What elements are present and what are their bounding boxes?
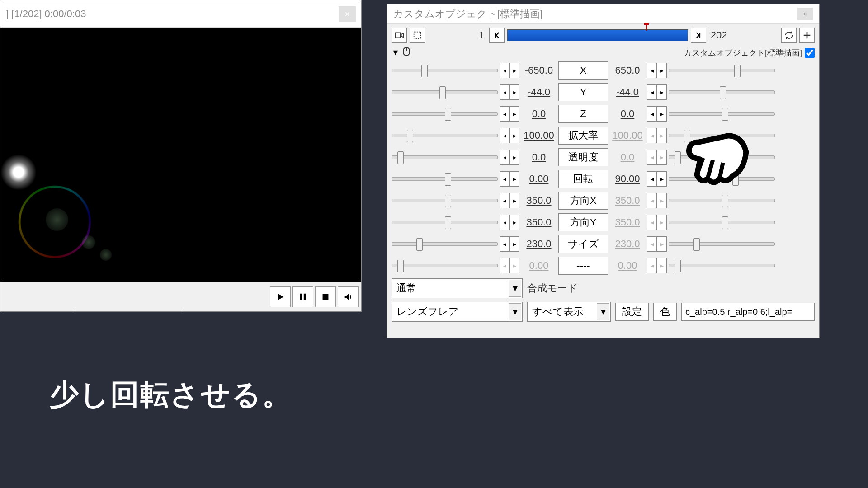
param-slider-left[interactable] [392,242,498,246]
slider-thumb[interactable] [439,86,446,99]
blend-mode-select[interactable]: 通常 ▾ [392,278,523,298]
param-value-left[interactable]: 350.0 [521,216,557,228]
param-name-button[interactable]: X [558,61,608,80]
param-value-right[interactable]: 230.0 [610,238,645,250]
param-name-button[interactable]: 拡大率 [558,127,608,145]
param-slider-right[interactable] [669,264,775,267]
param-name-button[interactable]: 方向Y [558,213,608,231]
slider-thumb[interactable] [722,216,728,229]
mouse-icon[interactable] [402,47,410,59]
decrement-button[interactable]: ◂ [500,63,509,78]
filter-icon[interactable] [410,28,425,43]
decrement-button[interactable]: ◂ [500,236,509,252]
preview-close-button[interactable]: × [339,6,356,22]
param-value-left[interactable]: -650.0 [521,65,557,76]
slider-thumb[interactable] [397,151,404,164]
param-slider-left[interactable] [392,155,498,159]
slider-thumb[interactable] [407,130,413,142]
param-slider-right[interactable] [669,242,775,246]
settings-button[interactable]: 設定 [615,303,649,321]
add-icon[interactable] [799,28,815,43]
param-slider-right[interactable] [669,221,775,224]
slider-thumb[interactable] [416,238,423,251]
param-name-button[interactable]: サイズ [558,235,608,253]
param-value-left[interactable]: 0.00 [521,173,557,185]
increment-button[interactable]: ▸ [509,171,519,187]
increment-button[interactable]: ▸ [509,193,519,208]
param-value-left[interactable]: 100.00 [521,130,557,141]
display-mode-select[interactable]: すべて表示 ▾ [527,302,611,322]
play-button[interactable] [270,286,291,307]
increment-button[interactable]: ▸ [509,63,519,78]
param-name-button[interactable]: ---- [558,257,608,275]
param-value-right[interactable]: 0.00 [610,260,645,272]
stop-button[interactable] [315,286,336,307]
playhead-marker[interactable] [646,25,647,31]
slider-thumb[interactable] [445,108,451,121]
sync-icon[interactable] [781,28,797,43]
param-value-right[interactable]: 350.0 [610,216,645,228]
params-string-field[interactable]: c_alp=0.5;r_alp=0.6;l_alp= [681,303,815,321]
param-slider-left[interactable] [392,264,498,267]
param-slider-left[interactable] [392,199,498,202]
param-value-right[interactable]: 350.0 [610,195,645,206]
decrement-button[interactable]: ◂ [500,171,509,187]
increment-button[interactable]: ▸ [657,63,667,78]
param-slider-right[interactable] [669,69,775,72]
frame-prev-button[interactable] [489,28,505,43]
increment-button[interactable]: ▸ [509,128,519,143]
slider-thumb[interactable] [734,65,741,77]
param-slider-left[interactable] [392,69,498,72]
slider-thumb[interactable] [693,238,700,251]
object-type-select[interactable]: レンズフレア ▾ [392,302,523,322]
param-value-right[interactable]: -44.0 [610,86,645,98]
slider-thumb[interactable] [445,195,451,207]
disclosure-triangle[interactable]: ▼ [392,48,400,57]
param-name-button[interactable]: Z [558,105,608,123]
slider-thumb[interactable] [675,260,681,272]
param-value-left[interactable]: 230.0 [521,238,557,250]
param-value-right[interactable]: 90.00 [610,173,645,185]
decrement-button[interactable]: ◂ [500,106,509,122]
slider-thumb[interactable] [445,216,451,229]
decrement-button[interactable]: ◂ [647,63,657,78]
param-value-right[interactable]: 650.0 [610,65,645,76]
color-button[interactable]: 色 [653,303,677,321]
timeline-bar[interactable] [507,29,688,41]
dialog-close-button[interactable]: × [797,8,813,20]
param-name-button[interactable]: 方向X [558,192,608,210]
param-slider-right[interactable] [669,90,775,94]
param-value-left[interactable]: -44.0 [521,86,557,98]
param-value-left[interactable]: 0.0 [521,108,557,120]
decrement-button[interactable]: ◂ [500,150,509,165]
param-slider-left[interactable] [392,221,498,224]
param-name-button[interactable]: Y [558,83,608,101]
param-value-left[interactable]: 0.00 [521,260,557,272]
camera-icon[interactable] [392,28,407,43]
increment-button[interactable]: ▸ [657,84,667,100]
decrement-button[interactable]: ◂ [500,128,509,143]
decrement-button[interactable]: ◂ [647,106,657,122]
decrement-button[interactable]: ◂ [647,84,657,100]
param-value-right[interactable]: 100.00 [610,130,645,141]
increment-button[interactable]: ▸ [509,150,519,165]
decrement-button[interactable]: ◂ [500,193,509,208]
increment-button[interactable]: ▸ [509,236,519,252]
decrement-button[interactable]: ◂ [647,171,657,187]
slider-thumb[interactable] [397,260,404,272]
param-slider-left[interactable] [392,134,498,137]
param-name-button[interactable]: 回転 [558,170,608,188]
param-value-right[interactable]: 0.0 [610,108,645,120]
slider-thumb[interactable] [445,173,451,186]
param-value-right[interactable]: 0.0 [610,151,645,163]
param-slider-left[interactable] [392,90,498,94]
param-value-left[interactable]: 0.0 [521,151,557,163]
decrement-button[interactable]: ◂ [500,84,509,100]
slider-thumb[interactable] [421,65,428,77]
increment-button[interactable]: ▸ [509,84,519,100]
pause-button[interactable] [292,286,313,307]
param-name-button[interactable]: 透明度 [558,148,608,166]
param-slider-left[interactable] [392,177,498,181]
decrement-button[interactable]: ◂ [500,215,509,230]
object-enable-checkbox[interactable] [805,48,815,58]
